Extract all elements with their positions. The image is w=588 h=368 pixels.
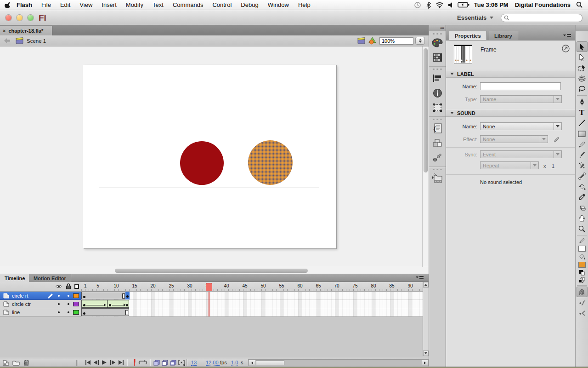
dock-gripper[interactable] [432,33,443,34]
scroll-right-button[interactable] [422,360,428,365]
subselection-tool[interactable] [577,52,588,63]
play-button[interactable] [100,359,108,366]
timeline-horizontal-scrollbar[interactable] [248,359,429,366]
deco-tool[interactable] [577,160,588,171]
layer-outline-color-swatch[interactable] [73,302,79,306]
label-type-dropdown[interactable]: Name [480,95,562,103]
motion-presets-panel-icon[interactable] [429,150,446,165]
back-arrow-icon[interactable] [3,37,11,45]
layer-visibility-dot[interactable] [58,295,60,297]
code-snippets-panel-icon[interactable]: { [429,121,446,136]
transform-panel-icon[interactable] [429,100,446,115]
apple-menu-icon[interactable] [4,1,12,9]
loop-playback-icon[interactable] [138,359,148,366]
menu-text[interactable]: Text [148,0,168,10]
menu-control[interactable]: Control [208,0,236,10]
layer-outline-color-swatch[interactable] [73,293,79,298]
repeat-times-value[interactable]: 1 [551,163,555,169]
layer-row-circle-rt[interactable]: circle rt [0,292,81,300]
menu-file[interactable]: File [37,0,56,10]
menubar-clock[interactable]: Tue 3:06 PM [472,1,510,8]
stroke-color-pencil-icon[interactable] [577,236,588,245]
scene-breadcrumb[interactable]: Scene 1 [27,38,46,44]
color-panel-icon[interactable] [429,35,446,50]
document-tab[interactable]: × chapter-18.fla* [0,26,52,35]
sound-sync-dropdown[interactable]: Event [480,150,562,158]
edit-symbols-icon[interactable] [368,37,377,45]
fill-color-bucket-icon[interactable] [577,253,588,261]
straighten-icon[interactable] [577,308,588,318]
red-circle-shape[interactable] [180,141,224,185]
pen-tool[interactable] [577,97,588,107]
menu-window[interactable]: Window [263,0,294,10]
edit-sound-envelope-icon[interactable] [553,136,560,143]
sound-effect-dropdown[interactable]: None [480,135,548,143]
label-section-header[interactable]: LABEL [446,70,575,78]
selection-tool[interactable] [577,41,588,52]
black-white-colors-icon[interactable] [577,269,588,276]
bone-tool[interactable] [577,171,588,181]
quick-share-icon[interactable] [562,45,570,52]
delete-layer-trash-button[interactable] [22,359,30,366]
lasso-tool[interactable] [577,84,588,94]
battery-icon[interactable] [458,1,469,9]
components-panel-icon[interactable] [429,136,446,150]
align-panel-icon[interactable] [429,71,446,86]
swap-colors-icon[interactable] [577,276,588,284]
onion-skin-button[interactable] [153,359,161,366]
bluetooth-icon[interactable] [424,1,433,9]
rectangle-tool[interactable] [577,128,588,139]
dock-gripper[interactable] [432,69,443,70]
layer-visibility-dot[interactable] [58,311,60,313]
frame-span-line[interactable] [81,308,129,316]
stage[interactable] [83,65,336,248]
layer-visibility-dot[interactable] [58,303,60,305]
layer-lock-dot[interactable] [68,295,69,297]
stroke-color-swatch[interactable] [578,246,586,252]
outline-view-icon[interactable] [74,284,79,289]
scroll-down-button[interactable] [423,351,429,356]
help-search-field[interactable] [501,14,582,22]
step-forward-button[interactable] [108,359,117,366]
stage-zoom-input[interactable] [379,37,413,45]
fill-color-swatch[interactable] [578,262,586,268]
volume-icon[interactable] [447,1,455,9]
tools-header[interactable] [576,25,588,31]
new-folder-button[interactable] [12,359,20,366]
sound-name-dropdown[interactable]: None [480,122,562,130]
menu-help[interactable]: Help [294,0,315,10]
elapsed-time-value[interactable]: 1.0 [231,360,238,366]
menu-commands[interactable]: Commands [168,0,208,10]
timeline-ruler[interactable]: 1 5 10 15 20 25 30 35 40 45 50 55 60 65 … [81,282,423,292]
onion-skin-outlines-button[interactable] [161,359,169,366]
edit-multiple-frames-button[interactable] [169,359,177,366]
project-panel-icon[interactable] [429,171,446,186]
smooth-icon[interactable] [577,297,588,308]
tween-span-circle-ctr[interactable] [81,300,129,308]
frame-rate-value[interactable]: 12.00 [206,360,219,366]
zoom-tool[interactable] [577,224,588,234]
menu-view[interactable]: View [75,0,97,10]
timeline-vertical-scrollbar[interactable] [423,282,429,356]
step-back-button[interactable] [92,359,100,366]
text-tool[interactable]: T [577,107,588,118]
hand-tool[interactable] [577,213,588,224]
info-panel-icon[interactable] [429,86,446,100]
go-to-first-frame-button[interactable] [84,359,92,366]
paint-bucket-tool[interactable] [577,181,588,192]
scrollbar-thumb[interactable] [424,48,428,172]
eraser-tool[interactable] [577,202,588,213]
search-input[interactable] [511,15,576,21]
orange-circle-shape-selected[interactable] [248,140,293,185]
current-frame-indicator[interactable]: 13 [191,360,197,366]
brush-tool[interactable] [577,150,588,160]
show-hide-layers-eye-icon[interactable] [56,284,62,289]
3d-rotation-tool[interactable] [577,73,588,84]
layer-lock-dot[interactable] [68,311,69,313]
layer-row-line[interactable]: line [0,308,81,316]
swatches-panel-icon[interactable] [429,50,446,65]
scroll-left-button[interactable] [249,360,255,365]
minimize-window-button[interactable] [17,15,23,21]
scrollbar-thumb[interactable] [115,269,308,273]
edit-scene-icon[interactable] [357,37,366,45]
